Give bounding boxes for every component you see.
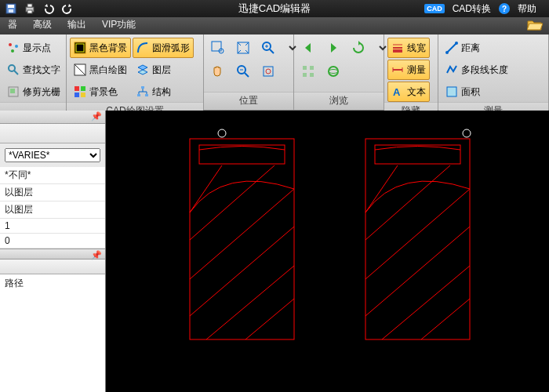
zoom-extents-icon bbox=[236, 41, 250, 55]
tab-advanced[interactable]: 高级 bbox=[25, 16, 60, 34]
distance-button[interactable]: 距离 bbox=[442, 38, 512, 58]
properties-panel: 📌 *VARIES* *不同* 以图层 以图层 1 0 📌 路径 bbox=[0, 111, 106, 392]
show-points-button[interactable]: 显示点 bbox=[3, 38, 64, 58]
tab-output[interactable]: 输出 bbox=[60, 16, 94, 34]
orbit-button[interactable] bbox=[322, 61, 344, 82]
area-icon bbox=[445, 85, 458, 98]
pan-button[interactable] bbox=[207, 61, 229, 82]
undo-icon[interactable] bbox=[42, 2, 55, 15]
bw-draw-button[interactable]: 黑白绘图 bbox=[70, 60, 131, 80]
svg-line-10 bbox=[14, 71, 18, 74]
panel-splitter[interactable]: 📌 bbox=[0, 249, 105, 260]
black-bg-button[interactable]: 黑色背景 bbox=[70, 38, 131, 58]
svg-point-39 bbox=[329, 67, 338, 76]
find-text-label: 查找文字 bbox=[23, 64, 60, 77]
dimension-icon bbox=[391, 64, 404, 76]
prop-value: *不同* bbox=[5, 169, 31, 182]
view-home-button[interactable] bbox=[297, 61, 319, 82]
view-rotate-button[interactable] bbox=[347, 38, 369, 58]
svg-point-6 bbox=[9, 43, 12, 46]
zoom-extents-button[interactable] bbox=[232, 38, 254, 58]
magnifier-icon bbox=[7, 64, 20, 76]
svg-rect-17 bbox=[81, 86, 85, 91]
bg-color-button[interactable]: 背景色 bbox=[70, 82, 131, 102]
prop-row[interactable]: 以图层 bbox=[0, 184, 105, 201]
fit-icon bbox=[261, 64, 275, 78]
svg-text:A: A bbox=[393, 86, 401, 98]
black-bg-label: 黑色背景 bbox=[89, 42, 127, 55]
area-button[interactable]: 面积 bbox=[442, 82, 512, 102]
svg-rect-22 bbox=[145, 94, 148, 96]
svg-point-7 bbox=[15, 45, 18, 48]
rotate-icon bbox=[351, 41, 365, 55]
help-icon[interactable]: ? bbox=[499, 3, 510, 14]
list-item[interactable]: 路径 bbox=[0, 274, 105, 292]
measure-toggle-label: 测量 bbox=[407, 64, 426, 77]
help-button[interactable]: 帮助 bbox=[518, 2, 536, 16]
polyline-icon bbox=[445, 64, 458, 76]
svg-point-50 bbox=[218, 129, 226, 137]
zoom-out-icon bbox=[236, 64, 250, 78]
polyline-len-button[interactable]: 多段线长度 bbox=[442, 60, 512, 80]
lineweight-button[interactable]: 线宽 bbox=[387, 38, 430, 58]
view-next-button[interactable] bbox=[322, 38, 344, 58]
prop-row[interactable]: 1 bbox=[0, 219, 105, 234]
svg-rect-16 bbox=[75, 86, 79, 91]
zoom-window-button[interactable] bbox=[207, 38, 229, 58]
tab-vip[interactable]: VIP功能 bbox=[94, 16, 144, 34]
svg-rect-4 bbox=[27, 4, 32, 7]
print-icon[interactable] bbox=[24, 2, 36, 15]
pin-icon[interactable]: 📌 bbox=[91, 250, 102, 260]
distance-label: 距离 bbox=[461, 42, 480, 55]
measure-toggle-button[interactable]: 测量 bbox=[387, 60, 430, 80]
prop-row[interactable]: 0 bbox=[0, 234, 105, 249]
pin-icon[interactable]: 📌 bbox=[91, 111, 102, 122]
save-icon[interactable] bbox=[5, 2, 17, 15]
view-prev-button[interactable] bbox=[297, 38, 319, 58]
redo-icon[interactable] bbox=[61, 2, 74, 15]
trim-raster-label: 修剪光栅 bbox=[23, 85, 60, 99]
zoom-all-button[interactable] bbox=[257, 61, 279, 82]
text-icon: A bbox=[391, 85, 404, 98]
prop-value: 以图层 bbox=[5, 186, 33, 199]
structure-label: 结构 bbox=[152, 85, 171, 99]
zoom-out-button[interactable] bbox=[232, 61, 254, 82]
layers-icon bbox=[136, 64, 149, 76]
svg-rect-5 bbox=[27, 10, 32, 13]
svg-rect-49 bbox=[447, 87, 456, 96]
text-toggle-label: 文本 bbox=[407, 85, 426, 99]
show-points-label: 显示点 bbox=[23, 42, 51, 55]
svg-rect-38 bbox=[310, 73, 314, 77]
panel-header: 📌 bbox=[0, 111, 105, 124]
prop-value: 1 bbox=[5, 220, 10, 231]
tab-editor[interactable]: 器 bbox=[0, 16, 25, 34]
selection-combo[interactable]: *VARIES* bbox=[5, 148, 100, 162]
drawing-canvas[interactable] bbox=[106, 111, 549, 392]
smooth-arc-button[interactable]: 圆滑弧形 bbox=[133, 38, 194, 58]
orbit-icon bbox=[326, 64, 340, 78]
palette-icon bbox=[74, 85, 86, 98]
distance-icon bbox=[445, 42, 458, 54]
find-text-button[interactable]: 查找文字 bbox=[3, 60, 64, 80]
property-list: *不同* 以图层 以图层 1 0 bbox=[0, 167, 105, 249]
structure-button[interactable]: 结构 bbox=[133, 82, 194, 102]
svg-rect-20 bbox=[141, 86, 144, 89]
svg-point-48 bbox=[455, 42, 458, 45]
arrow-right-icon bbox=[326, 41, 340, 55]
cad-convert-button[interactable]: CAD转换 bbox=[453, 2, 491, 16]
points-icon bbox=[7, 42, 20, 54]
tree-icon bbox=[136, 85, 149, 98]
svg-rect-21 bbox=[137, 94, 140, 96]
prop-row[interactable]: *不同* bbox=[0, 167, 105, 184]
svg-point-40 bbox=[329, 70, 338, 74]
hand-icon bbox=[211, 64, 225, 78]
arc-icon bbox=[136, 42, 149, 54]
text-toggle-button[interactable]: A 文本 bbox=[387, 82, 430, 102]
svg-rect-18 bbox=[75, 93, 79, 97]
prop-row[interactable]: 以图层 bbox=[0, 201, 105, 219]
open-file-icon[interactable] bbox=[527, 19, 543, 31]
svg-rect-19 bbox=[81, 93, 85, 97]
layers-button[interactable]: 图层 bbox=[133, 60, 194, 80]
trim-raster-button[interactable]: 修剪光栅 bbox=[3, 82, 64, 102]
zoom-in-button[interactable] bbox=[257, 38, 279, 58]
